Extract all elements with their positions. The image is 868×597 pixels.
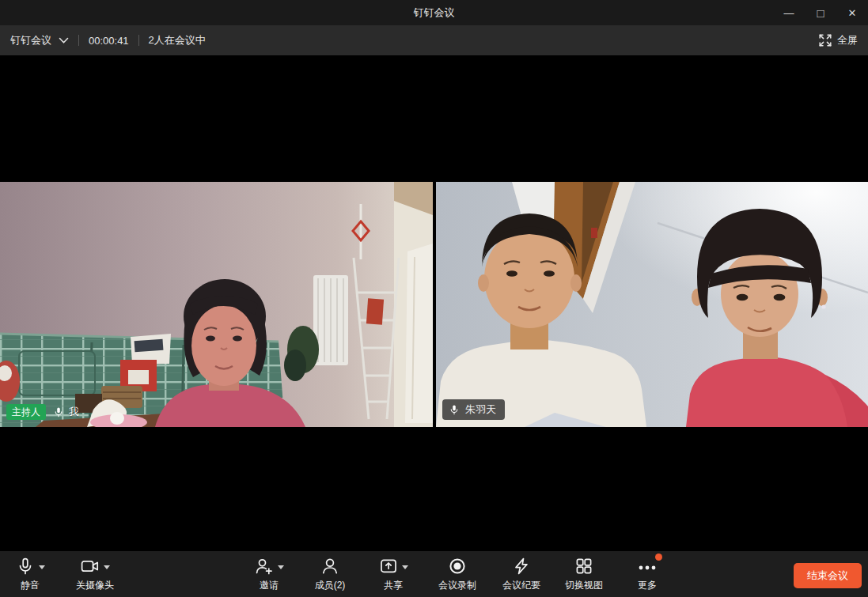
participants-status: 2人在会议中: [149, 33, 206, 47]
members-button[interactable]: 成员(2): [302, 554, 358, 595]
participant-name: 我: [69, 405, 79, 419]
window-controls: — □ ✕: [773, 0, 868, 25]
more-label: 更多: [638, 580, 657, 591]
microphone-icon: [449, 402, 460, 417]
divider: [78, 35, 79, 46]
caret-down-icon[interactable]: [278, 565, 284, 569]
participant-name: 朱羽天: [465, 402, 496, 417]
microphone-icon: [16, 557, 35, 576]
remote-video-overlay: 朱羽天: [442, 399, 505, 420]
caret-down-icon[interactable]: [104, 565, 110, 569]
members-label: 成员(2): [315, 580, 346, 591]
record-button[interactable]: 会议录制: [430, 554, 485, 595]
caret-down-icon[interactable]: [39, 565, 45, 569]
meeting-title: 钉钉会议: [10, 33, 51, 47]
camera-off-button[interactable]: 关摄像头: [67, 554, 123, 595]
meeting-info-bar: 钉钉会议 00:00:41 2人在会议中 全屏: [0, 25, 868, 55]
video-tile-remote[interactable]: 朱羽天: [436, 182, 868, 427]
meeting-notes-icon: [512, 557, 531, 576]
mute-label: 静音: [21, 580, 40, 591]
more-dots-icon: [637, 557, 658, 576]
divider: [138, 35, 139, 46]
expand-icon: [819, 34, 832, 47]
camera-icon: [80, 557, 100, 576]
camera-off-label: 关摄像头: [76, 580, 114, 591]
self-video-overlay: 主持人 我: [6, 404, 79, 420]
minutes-label: 会议纪要: [502, 580, 540, 591]
end-meeting-button[interactable]: 结束会议: [794, 563, 862, 588]
self-video-feed: [0, 182, 433, 427]
switch-view-button[interactable]: 切换视图: [556, 554, 612, 595]
window-title: 钉钉会议: [0, 0, 868, 25]
invite-button[interactable]: 邀请: [241, 554, 297, 595]
meeting-timer: 00:00:41: [89, 35, 129, 47]
video-stage: 主持人 我: [0, 55, 868, 551]
fullscreen-label: 全屏: [837, 33, 858, 47]
more-button[interactable]: 更多: [620, 554, 675, 595]
maximize-icon[interactable]: □: [805, 0, 836, 25]
meeting-title-dropdown[interactable]: 钉钉会议: [10, 33, 69, 47]
close-icon[interactable]: ✕: [836, 0, 868, 25]
remote-video-feed: [436, 182, 868, 427]
share-button[interactable]: 共享: [366, 554, 421, 595]
share-screen-icon: [379, 557, 398, 576]
minutes-button[interactable]: 会议纪要: [494, 554, 549, 595]
record-icon: [448, 557, 467, 576]
video-tile-self[interactable]: 主持人 我: [0, 182, 433, 427]
layout-grid-icon: [574, 557, 593, 576]
members-icon: [320, 557, 339, 576]
switch-view-label: 切换视图: [565, 580, 603, 591]
window-titlebar: 钉钉会议 — □ ✕: [0, 0, 868, 25]
caret-down-icon[interactable]: [402, 565, 408, 569]
minimize-icon[interactable]: —: [773, 0, 805, 25]
share-label: 共享: [384, 580, 403, 591]
meeting-toolbar: 静音 关摄像头 邀请: [0, 551, 868, 597]
mute-button[interactable]: 静音: [2, 554, 58, 595]
fullscreen-button[interactable]: 全屏: [819, 33, 858, 47]
microphone-icon: [53, 405, 64, 419]
invite-label: 邀请: [260, 580, 279, 591]
record-label: 会议录制: [438, 580, 476, 591]
host-role-badge: 主持人: [6, 404, 46, 420]
invite-person-icon: [255, 557, 274, 576]
chevron-down-icon: [59, 37, 69, 44]
notification-dot: [655, 554, 662, 561]
